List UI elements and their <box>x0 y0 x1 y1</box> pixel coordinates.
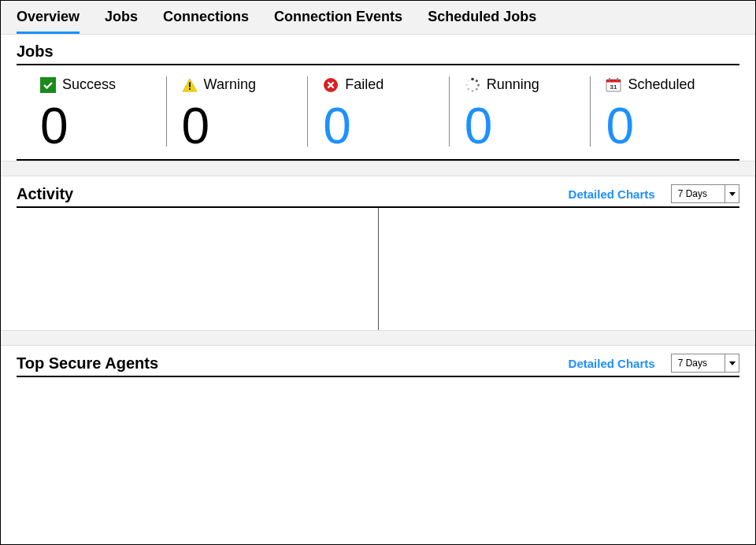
svg-point-5 <box>471 77 474 80</box>
activity-body <box>17 208 739 330</box>
agents-range-select[interactable]: 7 Days <box>671 354 739 373</box>
status-value: 0 <box>606 101 632 151</box>
jobs-title: Jobs <box>17 43 739 65</box>
status-running: Running 0 <box>449 76 591 151</box>
jobs-status-row: Success 0 Warning 0 Failed 0 <box>17 65 739 161</box>
svg-point-11 <box>465 83 467 85</box>
svg-point-6 <box>475 80 477 82</box>
activity-header: Activity Detailed Charts 7 Days <box>17 184 739 208</box>
select-value: 7 Days <box>672 188 724 199</box>
activity-panel: Activity Detailed Charts 7 Days <box>1 176 755 330</box>
divider <box>1 330 755 346</box>
failed-icon <box>323 77 339 93</box>
calendar-icon: 31 <box>606 77 621 93</box>
tab-jobs[interactable]: Jobs <box>105 9 138 34</box>
divider <box>1 161 755 176</box>
status-failed: Failed 0 <box>307 76 449 151</box>
status-value: 0 <box>40 101 67 151</box>
activity-title: Activity <box>17 185 569 203</box>
agents-body <box>17 377 739 495</box>
svg-rect-2 <box>189 82 191 87</box>
svg-rect-15 <box>609 78 610 80</box>
chevron-down-icon <box>724 354 739 372</box>
activity-chart-left <box>17 208 378 330</box>
svg-marker-19 <box>729 361 736 365</box>
tab-scheduled-jobs[interactable]: Scheduled Jobs <box>428 9 536 34</box>
svg-point-9 <box>471 90 473 92</box>
status-scheduled: 31 Scheduled 0 <box>590 76 732 151</box>
tabs-bar: Overview Jobs Connections Connection Eve… <box>1 1 755 35</box>
svg-point-8 <box>476 87 478 90</box>
svg-rect-3 <box>189 88 191 90</box>
svg-rect-0 <box>40 77 56 93</box>
status-label: Warning <box>204 76 256 93</box>
svg-point-7 <box>477 83 480 86</box>
status-value: 0 <box>182 101 209 151</box>
agents-panel: Top Secure Agents Detailed Charts 7 Days <box>1 346 755 495</box>
status-warning: Warning 0 <box>166 76 308 151</box>
status-label: Failed <box>345 76 384 93</box>
status-label: Success <box>62 76 116 93</box>
svg-rect-14 <box>606 80 621 83</box>
svg-rect-16 <box>617 78 618 80</box>
svg-point-10 <box>467 88 469 90</box>
status-success: Success 0 <box>24 76 166 151</box>
chevron-down-icon <box>724 185 739 202</box>
agents-title: Top Secure Agents <box>17 354 569 373</box>
warning-icon <box>182 77 198 93</box>
svg-point-12 <box>467 80 469 81</box>
activity-chart-right <box>379 208 740 330</box>
status-value: 0 <box>323 101 350 151</box>
check-icon <box>40 77 56 93</box>
detailed-charts-link[interactable]: Detailed Charts <box>569 187 655 201</box>
svg-text:31: 31 <box>610 83 617 91</box>
agents-header: Top Secure Agents Detailed Charts 7 Days <box>17 354 739 377</box>
select-value: 7 Days <box>672 358 724 369</box>
tab-connection-events[interactable]: Connection Events <box>274 9 402 34</box>
status-value: 0 <box>465 101 491 151</box>
activity-range-select[interactable]: 7 Days <box>671 184 739 203</box>
tab-overview[interactable]: Overview <box>17 9 80 34</box>
svg-marker-18 <box>729 192 736 196</box>
status-label: Scheduled <box>628 76 695 93</box>
tab-connections[interactable]: Connections <box>163 9 249 34</box>
spinner-icon <box>465 77 480 93</box>
jobs-panel: Jobs Success 0 Warning 0 <box>1 35 755 161</box>
detailed-charts-link[interactable]: Detailed Charts <box>569 357 655 370</box>
status-label: Running <box>487 76 539 93</box>
